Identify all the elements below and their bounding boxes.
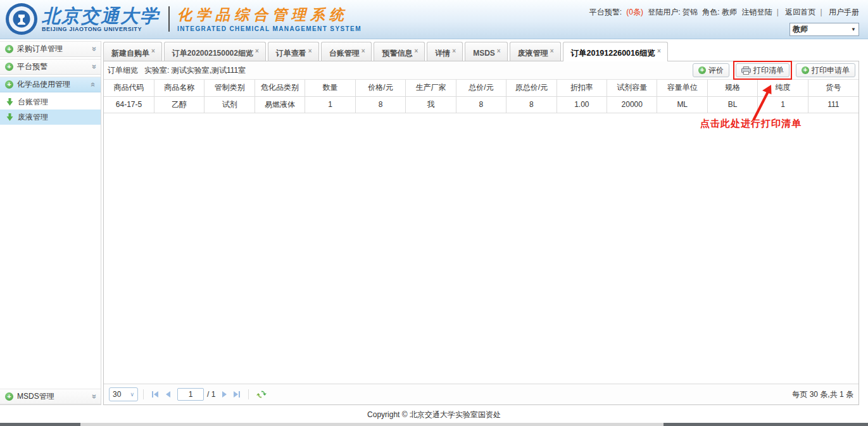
plus-circle-icon: + bbox=[802, 66, 809, 74]
close-icon[interactable]: × bbox=[657, 47, 661, 54]
tab-msds[interactable]: MSDS× bbox=[465, 42, 508, 61]
chevron-double-down-icon: « bbox=[89, 394, 98, 399]
chevron-double-down-icon: « bbox=[89, 65, 98, 69]
sidebar-subitem-waste-liquid[interactable]: 废液管理 bbox=[0, 110, 101, 125]
column-header: 原总价/元 bbox=[506, 80, 557, 96]
tab-label: 详情 bbox=[435, 49, 450, 58]
main-panel: 新建自购单× 订单202002150002细览× 订单查看× 台账管理× 预警信… bbox=[103, 41, 859, 405]
column-header: 商品代码 bbox=[104, 80, 154, 96]
scrollbar-segment bbox=[0, 423, 80, 426]
previous-page-button[interactable] bbox=[161, 388, 174, 401]
pagination-summary: 每页 30 条,共 1 条 bbox=[792, 389, 853, 400]
column-header: 价格/元 bbox=[355, 80, 405, 96]
tab-label: 预警信息 bbox=[382, 49, 412, 58]
annotation-text: 点击此处进行打印清单 bbox=[700, 118, 802, 130]
column-header: 总价/元 bbox=[456, 80, 506, 96]
toolbar-buttons: + 评价 打印清单 + bbox=[693, 63, 855, 77]
close-icon[interactable]: × bbox=[151, 47, 155, 54]
tab-ledger[interactable]: 台账管理× bbox=[321, 42, 372, 61]
close-icon[interactable]: × bbox=[308, 47, 312, 54]
link-separator: | bbox=[777, 8, 779, 16]
tab-label: 订单201912260016细览 bbox=[571, 49, 655, 58]
tab-order-view[interactable]: 订单查看× bbox=[268, 42, 319, 61]
toolbar: 订单细览 实验室: 测试实验室,测试111室 + 评价 bbox=[104, 61, 859, 80]
table-row[interactable]: 64-17-5 乙醇 试剂 易燃液体 1 8 我 8 8 1.00 20000 … bbox=[104, 96, 859, 113]
footer-copyright: Copyright © 北京交通大学实验室国资处 bbox=[0, 410, 868, 420]
first-page-button[interactable] bbox=[149, 388, 161, 401]
cell-product-code: 64-17-5 bbox=[104, 96, 154, 113]
tab-new-self-purchase[interactable]: 新建自购单× bbox=[103, 42, 162, 61]
close-icon[interactable]: × bbox=[497, 47, 501, 54]
tab-alert-info[interactable]: 预警信息× bbox=[374, 42, 425, 61]
chevron-double-down-icon: « bbox=[89, 47, 98, 51]
logout-link[interactable]: 注销登陆 bbox=[741, 8, 772, 16]
button-label: 打印清单 bbox=[753, 65, 784, 76]
next-page-button[interactable] bbox=[218, 388, 230, 401]
system-name-en: INTEGRATED CHEMICAL MANAGEMENT SYSTEM bbox=[177, 25, 362, 32]
cell-manufacturer: 我 bbox=[406, 96, 456, 113]
page-size-select[interactable]: 30 ∨ bbox=[109, 387, 138, 401]
chevron-double-up-icon: « bbox=[89, 82, 98, 87]
column-header: 管制类别 bbox=[204, 80, 255, 96]
plus-circle-icon: + bbox=[5, 63, 13, 71]
sidebar-item-msds[interactable]: + MSDS管理 « bbox=[0, 389, 101, 404]
sidebar-item-platform-alert[interactable]: + 平台预警 « bbox=[0, 59, 101, 75]
cell-price: 8 bbox=[355, 96, 405, 113]
university-logo-icon bbox=[5, 3, 38, 35]
sidebar-item-purchase-orders[interactable]: + 采购订单管理 « bbox=[0, 41, 101, 57]
tab-label: MSDS bbox=[473, 49, 495, 58]
sidebar-subitem-ledger[interactable]: 台账管理 bbox=[0, 94, 101, 110]
scrollbar-segment bbox=[664, 423, 868, 426]
horizontal-scrollbar[interactable] bbox=[0, 423, 868, 426]
manual-link[interactable]: 用户手册 bbox=[829, 8, 859, 16]
cell-hazard-category: 易燃液体 bbox=[255, 96, 305, 113]
tab-content: 订单细览 实验室: 测试实验室,测试111室 + 评价 bbox=[103, 61, 859, 405]
total-pages-label: / 1 bbox=[207, 390, 215, 399]
close-icon[interactable]: × bbox=[550, 47, 554, 54]
button-label: 评价 bbox=[708, 65, 724, 76]
page-number-input[interactable]: 1 bbox=[177, 388, 204, 401]
plus-circle-icon: + bbox=[698, 66, 706, 74]
top-header: 北京交通大学 BEIJING JIAOTONG UNIVERSITY 化学品综合… bbox=[0, 0, 868, 39]
print-list-button[interactable]: 打印清单 bbox=[736, 63, 789, 77]
cell-discount: 1.00 bbox=[557, 96, 607, 113]
user-role: 角色: 教师 bbox=[702, 8, 737, 16]
cell-total-price: 8 bbox=[456, 96, 506, 113]
close-icon[interactable]: × bbox=[452, 47, 456, 54]
column-header: 折扣率 bbox=[557, 80, 607, 96]
tab-waste-liquid[interactable]: 废液管理× bbox=[510, 42, 561, 61]
brand: 北京交通大学 BEIJING JIAOTONG UNIVERSITY 化学品综合… bbox=[5, 3, 362, 35]
home-link[interactable]: 返回首页 bbox=[785, 8, 815, 16]
tab-order-201912260016[interactable]: 订单201912260016细览× bbox=[563, 42, 668, 61]
tab-details[interactable]: 详情× bbox=[427, 42, 463, 61]
refresh-icon[interactable] bbox=[256, 389, 267, 399]
column-header: 货号 bbox=[808, 80, 859, 96]
close-icon[interactable]: × bbox=[362, 47, 365, 54]
print-application-button[interactable]: + 打印申请单 bbox=[796, 63, 855, 77]
table-header-row: 商品代码 商品名称 管制类别 危化品类别 数量 价格/元 生产厂家 总价/元 原… bbox=[104, 80, 859, 96]
evaluate-button[interactable]: + 评价 bbox=[693, 63, 729, 77]
tab-label: 台账管理 bbox=[329, 49, 360, 58]
sidebar-subitem-label: 废液管理 bbox=[18, 112, 48, 123]
role-select-dropdown[interactable]: 教师 ▼ bbox=[789, 23, 859, 36]
pagination-bar: 30 ∨ 1 / 1 每页 30 条,共 1 条 bbox=[104, 384, 859, 404]
last-page-button[interactable] bbox=[230, 388, 243, 401]
tab-order-202002150002[interactable]: 订单202002150002细览× bbox=[164, 42, 266, 61]
sidebar-item-chemical-usage[interactable]: + 化学品使用管理 « bbox=[0, 77, 101, 92]
close-icon[interactable]: × bbox=[255, 47, 259, 54]
chevron-down-icon: ∨ bbox=[130, 391, 134, 398]
arrow-down-icon bbox=[6, 113, 13, 121]
cell-volume-unit: ML bbox=[657, 96, 707, 113]
chevron-down-icon: ▼ bbox=[851, 27, 856, 32]
sidebar-subitem-label: 台账管理 bbox=[18, 97, 48, 108]
close-icon[interactable]: × bbox=[414, 47, 418, 54]
printer-icon bbox=[741, 66, 751, 75]
page: 北京交通大学 BEIJING JIAOTONG UNIVERSITY 化学品综合… bbox=[0, 0, 868, 426]
tab-label: 废液管理 bbox=[518, 49, 548, 58]
column-header: 生产厂家 bbox=[406, 80, 456, 96]
tab-label: 订单查看 bbox=[276, 49, 306, 58]
platform-alert-count[interactable]: (0条) bbox=[626, 8, 643, 16]
page-size-value: 30 bbox=[113, 390, 121, 399]
university-name-en: BEIJING JIAOTONG UNIVERSITY bbox=[42, 26, 160, 32]
login-user: 登陆用户: 贺锦 bbox=[648, 8, 698, 16]
